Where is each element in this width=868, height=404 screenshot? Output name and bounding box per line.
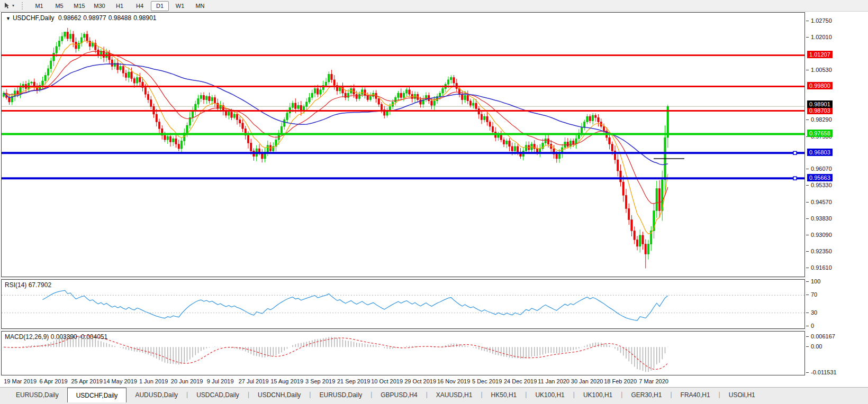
trading-terminal-window: ▾ M1M5M15M30H1H4D1W1MN ▼USDCHF,Daily 0.9… [0, 0, 868, 404]
cursor-dropdown-arrow-icon: ▾ [12, 3, 14, 8]
macd-indicator-panel[interactable]: MACD(12,26,9) 0.003390 -0.004051 [1, 331, 805, 375]
price-axis[interactable]: 1.027501.020101.005300.982900.975300.960… [806, 12, 868, 375]
price-tick-label: 0.94570 [811, 199, 832, 205]
date-tick-label: 25 Apr 2019 [71, 378, 102, 384]
axis-tick [806, 346, 809, 347]
tab-usdcnh-daily[interactable]: USDCNH,Daily [249, 389, 309, 402]
ohlc-low: 0.98488 [108, 14, 131, 22]
timeframe-d1[interactable]: D1 [151, 1, 169, 11]
macd-label: MACD(12,26,9) 0.003390 -0.004051 [5, 333, 107, 341]
tab-gbpusd-h4[interactable]: GBPUSD,H4 [372, 389, 426, 402]
cursor-tool-button[interactable]: ▾ [0, 0, 17, 11]
macd-main-value: 0.003390 [51, 333, 77, 341]
tab-xauusd-h1[interactable]: XAUUSD,H1 [428, 389, 481, 402]
candles-layer [3, 28, 668, 269]
tab-eurusd-daily[interactable]: EURUSD,Daily [311, 389, 370, 402]
tab-uk100-h1[interactable]: UK100,H1 [527, 389, 573, 402]
date-tick-label: 7 Mar 2020 [639, 378, 668, 384]
rsi-axis-label: 100 [811, 278, 820, 284]
rsi-plot [2, 280, 804, 328]
ma-line-ema8 [4, 41, 668, 234]
panel-splitter[interactable] [0, 329, 868, 330]
date-tick-label: 6 Apr 2019 [40, 378, 68, 384]
tab-uk100-h1[interactable]: UK100,H1 [575, 389, 621, 402]
price-tick-label: 0.93090 [811, 232, 832, 238]
date-tick-label: 30 Jan 2020 [571, 378, 603, 384]
tab-usdchf-daily[interactable]: USDCHF,Daily [67, 388, 127, 402]
macd-plot [2, 332, 804, 375]
ma-line-sma55 [4, 64, 668, 165]
timeframe-m5[interactable]: M5 [50, 1, 68, 11]
level-price-flag: 1.01207 [807, 51, 833, 58]
level-price-flag: 0.95663 [807, 174, 833, 181]
axis-tick [806, 235, 809, 235]
level-price-flag: 0.99800 [807, 82, 833, 89]
price-chart-panel[interactable]: ▼USDCHF,Daily 0.986620.989770.984880.989… [1, 12, 805, 277]
toolbar-grip[interactable] [22, 2, 25, 10]
macd-axis-label: -0.011531 [811, 369, 837, 375]
axis-tick [806, 37, 809, 38]
axis-tick [806, 295, 809, 295]
price-tick-label: 1.00530 [811, 67, 832, 73]
tab-audusd-daily[interactable]: AUDUSD,Daily [126, 389, 186, 402]
date-tick-label: 21 Sep 2019 [337, 378, 370, 384]
rsi-indicator-panel[interactable]: RSI(14) 67.7902 [1, 279, 805, 329]
timeframe-m30[interactable]: M30 [91, 1, 108, 11]
level-price-flag: 0.96803 [807, 149, 833, 156]
macd-signal-value: -0.004051 [79, 333, 107, 341]
tab-usoil-h1[interactable]: USOil,H1 [720, 389, 764, 402]
timeframe-h1[interactable]: H1 [111, 1, 129, 11]
ohlc-high: 0.98977 [83, 14, 106, 22]
timeframe-h4[interactable]: H4 [131, 1, 149, 11]
axis-tick [806, 70, 809, 70]
rsi-line [43, 290, 668, 320]
tab-fra40-h1[interactable]: FRA40,H1 [672, 389, 719, 402]
date-tick-label: 16 Nov 2019 [437, 378, 470, 384]
date-tick-label: 9 Jul 2019 [207, 378, 234, 384]
date-tick-label: 19 Mar 2019 [4, 378, 37, 384]
timeframe-mn[interactable]: MN [191, 1, 209, 11]
rsi-axis-label: 0 [811, 323, 814, 329]
collapse-chart-icon[interactable]: ▼ [6, 16, 11, 21]
ohlc-open: 0.98662 [58, 14, 81, 22]
price-tick-label: 0.95330 [811, 182, 832, 188]
date-tick-label: 1 Jun 2019 [139, 378, 168, 384]
macd-signal-line [4, 336, 668, 370]
level-price-flag: 0.97658 [807, 130, 833, 137]
panel-splitter[interactable] [0, 277, 868, 279]
date-tick-label: 24 Dec 2019 [504, 378, 537, 384]
hline-handle[interactable] [793, 151, 797, 154]
date-tick-label: 18 Feb 2020 [604, 378, 637, 384]
price-tick-label: 0.98290 [811, 116, 832, 123]
macd-axis-label: 0.00 [811, 343, 822, 350]
axis-tick [806, 120, 809, 120]
hline-handle[interactable] [793, 177, 797, 180]
axis-tick [806, 268, 809, 268]
timeframe-m1[interactable]: M1 [30, 1, 48, 11]
date-tick-label: 20 Jun 2019 [171, 378, 203, 384]
date-tick-label: 14 May 2019 [103, 378, 137, 384]
axis-tick [806, 336, 809, 337]
axis-tick [806, 202, 809, 203]
timeframe-m15[interactable]: M15 [70, 1, 88, 11]
price-tick-label: 0.96070 [811, 166, 832, 172]
tab-eurusd-daily[interactable]: EURUSD,Daily [7, 389, 67, 402]
date-tick-label: 11 Jan 2020 [538, 378, 569, 384]
chart-tab-bar: EURUSD,DailyUSDCHF,DailyAUDUSD,Daily|USD… [0, 387, 868, 404]
tab-ger30-h1[interactable]: GER30,H1 [622, 389, 670, 402]
axis-tick [806, 251, 809, 252]
tab-hk50-h1[interactable]: HK50,H1 [483, 389, 526, 402]
date-axis[interactable]: 19 Mar 20196 Apr 201925 Apr 201914 May 2… [1, 375, 805, 387]
timeframe-w1[interactable]: W1 [171, 1, 189, 11]
price-tick-label: 0.92350 [811, 248, 832, 254]
ma-line-ema21 [4, 51, 668, 204]
timeframe-toolbar: ▾ M1M5M15M30H1H4D1W1MN [0, 0, 868, 12]
price-tick-label: 0.93830 [811, 215, 832, 222]
rsi-axis-label: 70 [811, 291, 817, 298]
ohlc-close: 0.98901 [133, 14, 156, 22]
tab-usdcad-daily[interactable]: USDCAD,Daily [188, 389, 248, 402]
date-tick-label: 27 Jul 2019 [239, 378, 269, 384]
axis-tick [806, 281, 809, 282]
axis-tick [806, 218, 809, 219]
timeframe-buttons: M1M5M15M30H1H4D1W1MN [29, 1, 210, 11]
